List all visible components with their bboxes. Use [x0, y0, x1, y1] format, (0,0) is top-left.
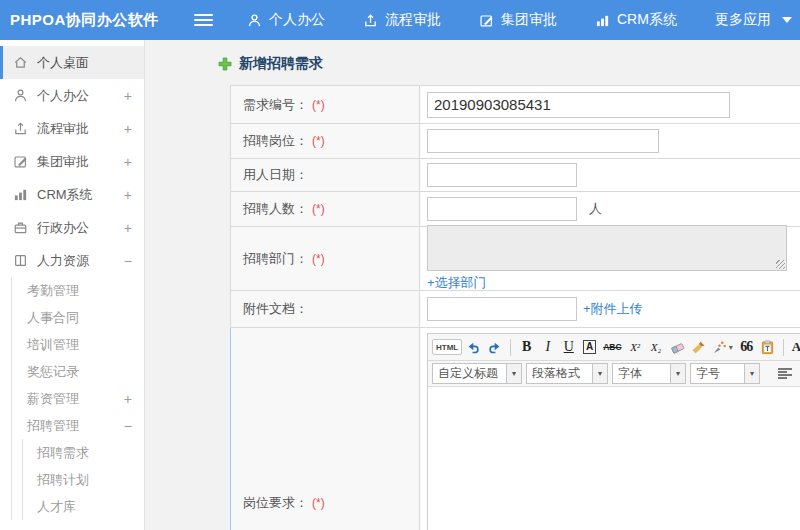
user-icon [13, 88, 29, 104]
page-title-row: 新增招聘需求 [218, 55, 800, 73]
sidebar-subitem-training[interactable]: 培训管理 [12, 331, 144, 358]
expand-toggle[interactable]: + [120, 88, 144, 104]
sidebar-label: 奖惩记录 [27, 363, 120, 381]
sidebar-subitem-attendance[interactable]: 考勤管理 [12, 277, 144, 304]
sidebar-item-workflow-approval[interactable]: 流程审批 + [0, 112, 144, 145]
sidebar-subitem-recruitment[interactable]: 招聘管理 − [12, 412, 144, 439]
format-painter-icon[interactable] [689, 337, 708, 357]
form-row-position: 招聘岗位： (*) [230, 124, 800, 159]
field-label: 需求编号： [243, 96, 308, 114]
sidebar-subitem-talent-pool[interactable]: 人才库 [23, 493, 144, 520]
align-left-icon[interactable] [774, 364, 796, 384]
superscript-button[interactable]: X² [626, 337, 645, 357]
sidebar-label: 招聘管理 [27, 417, 120, 435]
upload-icon [13, 121, 29, 137]
sidebar-label: 个人办公 [37, 87, 120, 105]
sidebar-label: 人力资源 [37, 252, 120, 270]
caret-down-icon: ▾ [506, 364, 521, 383]
sidebar-label: 招聘需求 [37, 444, 144, 462]
attachment-upload-link[interactable]: +附件上传 [583, 300, 643, 318]
html-source-button[interactable]: HTML [432, 339, 462, 355]
menu-toggle-icon[interactable] [194, 14, 213, 26]
resize-handle[interactable] [776, 260, 785, 269]
sidebar-item-personal-desktop[interactable]: 个人桌面 [0, 46, 144, 79]
sidebar-subitem-salary[interactable]: 薪资管理 + [12, 385, 144, 412]
topnav-label: 集团审批 [501, 11, 557, 29]
editor-content[interactable] [428, 387, 800, 530]
demand-number-input[interactable] [427, 92, 730, 118]
select-department-link[interactable]: +选择部门 [427, 274, 487, 292]
department-textarea[interactable] [427, 225, 787, 271]
sidebar-item-hr[interactable]: 人力资源 − [0, 244, 144, 277]
subscript-button[interactable]: X₂ [647, 337, 666, 357]
app-logo: PHPOA协同办公软件 [0, 11, 178, 30]
required-marker: (*) [312, 98, 325, 112]
field-label: 招聘岗位： [243, 132, 308, 150]
top-header: PHPOA协同办公软件 个人办公 流程审批 集团审批 CRM系统 [0, 0, 800, 40]
bar-chart-icon [595, 13, 610, 28]
background-color-icon[interactable]: ▾ [710, 337, 735, 357]
required-marker: (*) [312, 134, 325, 148]
hire-date-input[interactable] [427, 163, 577, 187]
strikethrough-button[interactable]: ABC [601, 337, 623, 357]
expand-toggle[interactable]: − [120, 418, 144, 434]
sidebar-subitem-rewards[interactable]: 奖惩记录 [12, 358, 144, 385]
position-input[interactable] [427, 129, 659, 153]
recruitment-submenu: 招聘需求 招聘计划 人才库 [22, 439, 144, 520]
editor-toolbar-row1: HTML B I U A ABC [428, 334, 800, 361]
caret-down-icon: ▾ [670, 364, 685, 383]
topnav-item-personal-office[interactable]: 个人办公 [247, 11, 325, 29]
sidebar-subitem-recruit-demand[interactable]: 招聘需求 [23, 439, 144, 466]
bold-button[interactable]: B [517, 337, 536, 357]
sidebar-subitem-recruit-plan[interactable]: 招聘计划 [23, 466, 144, 493]
expand-toggle[interactable]: + [120, 187, 144, 203]
undo-icon[interactable] [464, 337, 483, 357]
briefcase-icon [13, 220, 29, 236]
italic-button[interactable]: I [538, 337, 557, 357]
font-border-button[interactable]: A [580, 337, 599, 357]
topnav-item-more-apps[interactable]: 更多应用 [715, 11, 792, 29]
sidebar-label: 薪资管理 [27, 390, 120, 408]
custom-title-dropdown[interactable]: 自定义标题 ▾ [432, 363, 522, 384]
paragraph-format-dropdown[interactable]: 段落格式 ▾ [526, 363, 608, 384]
add-icon [218, 57, 232, 71]
expand-toggle[interactable]: + [120, 121, 144, 137]
sidebar-label: CRM系统 [37, 186, 120, 204]
expand-toggle[interactable]: + [120, 391, 144, 407]
redo-icon[interactable] [485, 337, 504, 357]
form-row-department: 招聘部门： (*) +选择部门 [230, 227, 800, 291]
underline-button[interactable]: U [559, 337, 578, 357]
blockquote-button[interactable]: 66 [737, 337, 756, 357]
sidebar-subitem-hr-contract[interactable]: 人事合同 [12, 304, 144, 331]
topnav-item-group-approval[interactable]: 集团审批 [479, 11, 557, 29]
sidebar-item-personal-office[interactable]: 个人办公 + [0, 79, 144, 112]
sidebar-label: 人才库 [37, 498, 144, 516]
field-label: 岗位要求： [243, 494, 308, 512]
editor-toolbar-row2: 自定义标题 ▾ 段落格式 ▾ 字体 ▾ [428, 361, 800, 387]
caret-down-icon: ▾ [592, 364, 607, 383]
font-family-dropdown[interactable]: 字体 ▾ [612, 363, 686, 384]
font-color-button[interactable]: A ▾ [790, 337, 800, 357]
sidebar-item-group-approval[interactable]: 集团审批 + [0, 145, 144, 178]
edit-square-icon [479, 13, 494, 28]
sidebar-label: 行政办公 [37, 219, 120, 237]
expand-toggle[interactable]: + [120, 154, 144, 170]
sidebar-label: 考勤管理 [27, 282, 120, 300]
sidebar-item-crm[interactable]: CRM系统 + [0, 178, 144, 211]
rich-text-editor: HTML B I U A ABC [427, 333, 800, 530]
home-icon [13, 55, 29, 71]
attachment-input[interactable] [427, 297, 577, 321]
topnav-item-crm[interactable]: CRM系统 [595, 11, 677, 29]
top-nav: 个人办公 流程审批 集团审批 CRM系统 更多应用 [247, 11, 792, 29]
expand-toggle[interactable]: + [120, 220, 144, 236]
hr-submenu: 考勤管理 人事合同 培训管理 奖惩记录 薪资管理 + 招聘管理 − [11, 277, 144, 520]
font-size-dropdown[interactable]: 字号 ▾ [690, 363, 760, 384]
expand-toggle[interactable]: − [120, 253, 144, 269]
sidebar-item-admin-office[interactable]: 行政办公 + [0, 211, 144, 244]
topnav-label: CRM系统 [617, 11, 677, 29]
eraser-icon[interactable] [668, 337, 687, 357]
recruitment-form: 需求编号： (*) 招聘岗位： (*) 用人日期 [230, 85, 800, 530]
headcount-input[interactable] [427, 197, 577, 221]
topnav-item-workflow-approval[interactable]: 流程审批 [363, 11, 441, 29]
paste-icon[interactable] [758, 337, 777, 357]
